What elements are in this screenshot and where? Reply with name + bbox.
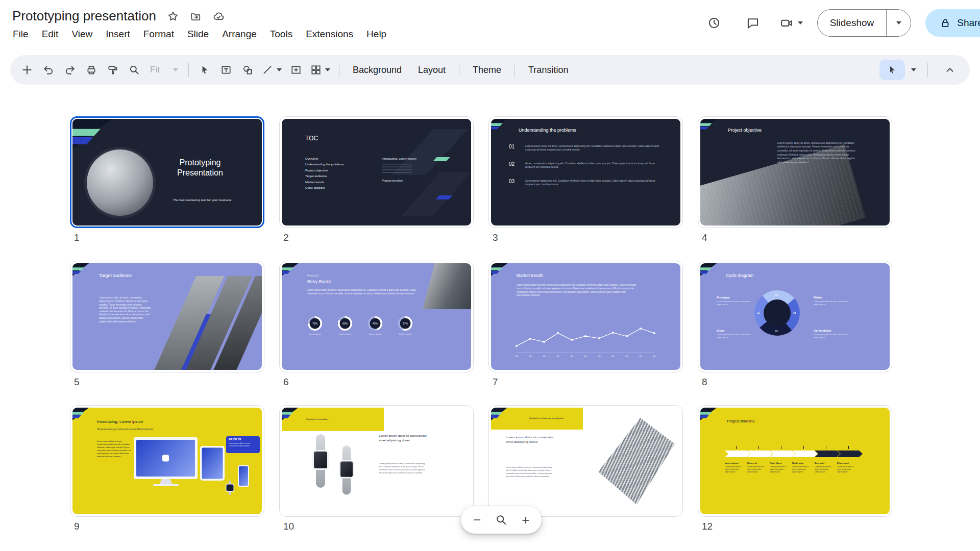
version-history-icon[interactable] bbox=[702, 11, 726, 35]
zoom-reset-button[interactable] bbox=[495, 514, 507, 526]
new-slide-button[interactable] bbox=[16, 59, 38, 81]
slide10-body: Lorem ipsum dolor sit amet, consectetur … bbox=[379, 462, 427, 474]
slide6-title: Berry Books bbox=[307, 279, 331, 284]
theme-button[interactable]: Theme bbox=[464, 59, 509, 81]
slide-thumbnail-11[interactable]: Spotlight on landscape visualization Lor… bbox=[488, 405, 683, 517]
cycle-label: Get feedbackLorem ipsum dolor sit amet, … bbox=[814, 329, 849, 339]
redo-button[interactable] bbox=[59, 59, 81, 81]
insert-line-button[interactable] bbox=[258, 59, 285, 81]
transition-button[interactable]: Transition bbox=[520, 59, 576, 81]
slide11-body: Lorem ipsum dolor sit amet, consectetur … bbox=[506, 466, 554, 478]
corner-accent bbox=[700, 263, 717, 276]
undo-button[interactable] bbox=[38, 59, 59, 81]
menu-format[interactable]: Format bbox=[137, 26, 181, 42]
corner-accent bbox=[72, 119, 112, 149]
timeline-tick bbox=[758, 446, 759, 449]
titlebar: Prototyping presentation File Edit View … bbox=[0, 0, 980, 53]
menu-edit[interactable]: Edit bbox=[35, 26, 65, 42]
market-trends-line-chart bbox=[514, 317, 657, 363]
cloud-saved-icon[interactable] bbox=[212, 11, 225, 22]
slide-number: 12 bbox=[702, 521, 892, 532]
slide-thumbnail-6[interactable]: Persona 01 Berry Books Lorem ipsum dolor… bbox=[279, 261, 474, 372]
toc-right-column: Introducing: Lorem ipsum Project timelin… bbox=[382, 157, 416, 182]
slide-thumbnail-2[interactable]: TOC OverviewUnderstanding the problemsPr… bbox=[279, 116, 474, 228]
menu-file[interactable]: File bbox=[6, 26, 35, 42]
toolbar: Fit Background Layout Theme Transition bbox=[10, 55, 970, 85]
slide-thumbnail-7[interactable]: Market trends Lorem ipsum dolor sit amet… bbox=[488, 261, 683, 372]
slide1-title: Prototyping Presentation bbox=[157, 157, 243, 178]
pointer-mode-button[interactable] bbox=[879, 60, 905, 80]
pointer-mode-caret[interactable] bbox=[911, 68, 916, 71]
slide-cell-12: Project timeline Lorem ipsumLorem ipsum … bbox=[698, 405, 892, 532]
timeline-arrows bbox=[725, 450, 860, 457]
document-title[interactable]: Prototyping presentation bbox=[12, 8, 156, 24]
slide4-title: Project objective bbox=[728, 128, 762, 133]
stat-ring: 45%Lorem ipsum bbox=[368, 316, 382, 335]
slide9-body: Lorem ipsum dolor sit amet, consectetur … bbox=[97, 440, 132, 458]
zoom-button[interactable] bbox=[124, 59, 145, 81]
slideshow-button[interactable]: Slideshow bbox=[817, 9, 912, 37]
slide-number: 2 bbox=[283, 232, 474, 243]
slide-thumbnail-10[interactable]: Spotlight on wearables Lorem ipsum dolor… bbox=[279, 405, 474, 517]
share-button[interactable]: Share bbox=[925, 9, 980, 37]
menu-extensions[interactable]: Extensions bbox=[299, 26, 360, 42]
star-icon[interactable] bbox=[167, 11, 179, 22]
print-button[interactable] bbox=[81, 59, 102, 81]
zoom-out-button[interactable]: − bbox=[473, 513, 481, 527]
slide1-photo-circle bbox=[87, 149, 153, 216]
menu-arrange[interactable]: Arrange bbox=[215, 26, 263, 42]
background-button[interactable]: Background bbox=[345, 59, 410, 81]
slide-thumbnail-4[interactable]: Project objective Lorem ipsum dolor sit … bbox=[698, 116, 892, 228]
insert-shape-button[interactable] bbox=[237, 59, 258, 81]
slide-number: 4 bbox=[702, 232, 892, 243]
layout-button[interactable]: Layout bbox=[410, 59, 454, 81]
slide-thumbnail-12[interactable]: Project timeline Lorem ipsumLorem ipsum … bbox=[698, 405, 892, 517]
slide-thumbnail-5[interactable]: Target audience Lorem ipsum dolor sit am… bbox=[70, 261, 264, 372]
slide-number: 8 bbox=[702, 377, 892, 388]
toolbar-divider bbox=[188, 63, 189, 77]
slide-thumbnail-8[interactable]: Cycle diagram 01 02 03 04 PrototypeLorem… bbox=[698, 261, 892, 372]
tablet-mockup bbox=[200, 446, 225, 481]
zoom-in-button[interactable]: + bbox=[522, 513, 529, 527]
meet-button[interactable] bbox=[779, 16, 803, 30]
menu-insert[interactable]: Insert bbox=[99, 26, 137, 42]
slide7-title: Market trends bbox=[517, 273, 543, 278]
slideshow-options-button[interactable] bbox=[886, 10, 911, 36]
slide-thumbnail-3[interactable]: Understanding the problems 01Lorem ipsum… bbox=[488, 116, 683, 228]
menu-tools[interactable]: Tools bbox=[263, 26, 299, 42]
slide10-kicker: Spotlight on wearables bbox=[306, 418, 328, 420]
stat-ring: 57%Lorem ipsum bbox=[398, 316, 412, 335]
toolbar-divider bbox=[339, 63, 339, 77]
corner-accent bbox=[282, 408, 298, 420]
hide-menus-button[interactable] bbox=[939, 59, 961, 81]
corner-accent bbox=[72, 408, 89, 420]
menu-view[interactable]: View bbox=[65, 26, 99, 42]
corner-accent bbox=[491, 408, 507, 420]
slide-thumbnail-9[interactable]: Introducing: Lorem ipsum Showcase how yo… bbox=[70, 405, 264, 517]
select-tool-button[interactable] bbox=[194, 59, 215, 81]
slide9-subtitle: Showcase how your tools work across diff… bbox=[97, 428, 153, 431]
slide-cell-3: Understanding the problems 01Lorem ipsum… bbox=[488, 116, 683, 243]
move-folder-icon[interactable] bbox=[190, 11, 201, 22]
comments-icon[interactable] bbox=[741, 11, 765, 35]
timeline-tick bbox=[848, 446, 849, 449]
stat-ring: 75%Lorem ipsum bbox=[308, 316, 322, 335]
watch-photo bbox=[312, 434, 329, 488]
timeline-tick bbox=[781, 446, 781, 449]
watch-mockup bbox=[226, 481, 234, 495]
toc-left-column: OverviewUnderstanding the problemsProjec… bbox=[305, 157, 344, 192]
text-box-button[interactable] bbox=[215, 59, 237, 81]
paint-format-button[interactable] bbox=[102, 59, 124, 81]
menu-help[interactable]: Help bbox=[360, 26, 393, 42]
slide-thumbnail-1[interactable]: Prototyping Presentation The best market… bbox=[70, 116, 264, 228]
insert-placeholder-button[interactable] bbox=[285, 59, 307, 81]
watch-photo bbox=[339, 445, 354, 495]
slide6-body: Lorem ipsum dolor sit amet, consectetur … bbox=[307, 288, 417, 295]
numbered-item: 03Consectetur adipiscing elit. Curabitur… bbox=[509, 179, 662, 186]
timeline-tick bbox=[826, 446, 826, 449]
zoom-select[interactable]: Fit bbox=[145, 65, 183, 75]
grid-view-button[interactable] bbox=[307, 59, 334, 81]
slide-cell-5: Target audience Lorem ipsum dolor sit am… bbox=[70, 261, 264, 388]
menu-slide[interactable]: Slide bbox=[181, 26, 215, 42]
chevron-down-icon[interactable] bbox=[798, 21, 803, 24]
